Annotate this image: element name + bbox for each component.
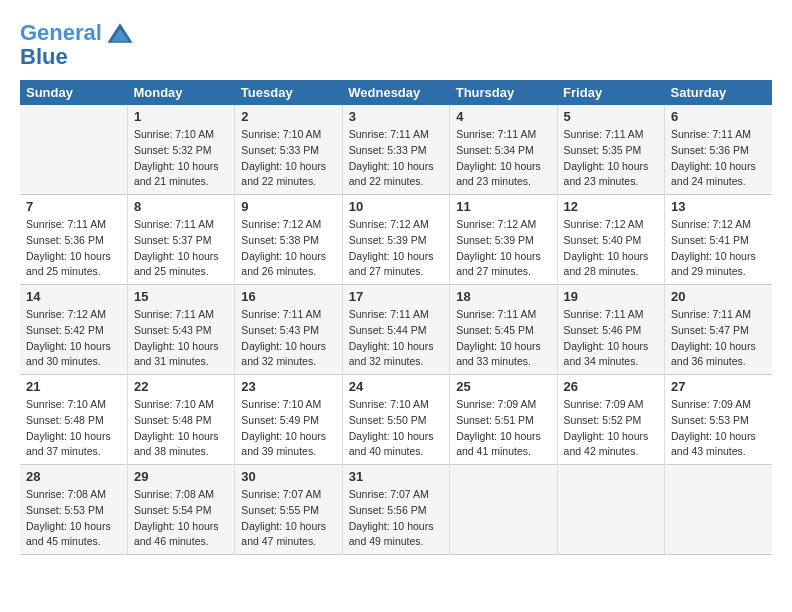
calendar-cell: 6Sunrise: 7:11 AM Sunset: 5:36 PM Daylig… bbox=[665, 105, 772, 195]
day-info: Sunrise: 7:12 AM Sunset: 5:38 PM Dayligh… bbox=[241, 217, 335, 280]
day-info: Sunrise: 7:11 AM Sunset: 5:45 PM Dayligh… bbox=[456, 307, 550, 370]
calendar-cell bbox=[20, 105, 127, 195]
calendar-cell: 11Sunrise: 7:12 AM Sunset: 5:39 PM Dayli… bbox=[450, 195, 557, 285]
day-number: 6 bbox=[671, 109, 766, 124]
day-number: 22 bbox=[134, 379, 228, 394]
calendar-cell: 5Sunrise: 7:11 AM Sunset: 5:35 PM Daylig… bbox=[557, 105, 664, 195]
day-info: Sunrise: 7:11 AM Sunset: 5:36 PM Dayligh… bbox=[671, 127, 766, 190]
day-info: Sunrise: 7:10 AM Sunset: 5:48 PM Dayligh… bbox=[134, 397, 228, 460]
calendar-cell: 15Sunrise: 7:11 AM Sunset: 5:43 PM Dayli… bbox=[127, 285, 234, 375]
day-info: Sunrise: 7:11 AM Sunset: 5:37 PM Dayligh… bbox=[134, 217, 228, 280]
day-number: 18 bbox=[456, 289, 550, 304]
calendar-cell: 23Sunrise: 7:10 AM Sunset: 5:49 PM Dayli… bbox=[235, 375, 342, 465]
calendar-cell: 24Sunrise: 7:10 AM Sunset: 5:50 PM Dayli… bbox=[342, 375, 449, 465]
day-info: Sunrise: 7:12 AM Sunset: 5:41 PM Dayligh… bbox=[671, 217, 766, 280]
calendar-cell: 7Sunrise: 7:11 AM Sunset: 5:36 PM Daylig… bbox=[20, 195, 127, 285]
calendar-cell: 16Sunrise: 7:11 AM Sunset: 5:43 PM Dayli… bbox=[235, 285, 342, 375]
day-number: 7 bbox=[26, 199, 121, 214]
weekday-header-saturday: Saturday bbox=[665, 80, 772, 105]
day-info: Sunrise: 7:11 AM Sunset: 5:35 PM Dayligh… bbox=[564, 127, 658, 190]
day-info: Sunrise: 7:10 AM Sunset: 5:32 PM Dayligh… bbox=[134, 127, 228, 190]
page-header: General Blue bbox=[20, 20, 772, 70]
day-info: Sunrise: 7:11 AM Sunset: 5:44 PM Dayligh… bbox=[349, 307, 443, 370]
day-number: 20 bbox=[671, 289, 766, 304]
day-info: Sunrise: 7:07 AM Sunset: 5:56 PM Dayligh… bbox=[349, 487, 443, 550]
calendar-cell: 3Sunrise: 7:11 AM Sunset: 5:33 PM Daylig… bbox=[342, 105, 449, 195]
calendar-cell: 26Sunrise: 7:09 AM Sunset: 5:52 PM Dayli… bbox=[557, 375, 664, 465]
calendar-week-row: 1Sunrise: 7:10 AM Sunset: 5:32 PM Daylig… bbox=[20, 105, 772, 195]
day-info: Sunrise: 7:09 AM Sunset: 5:51 PM Dayligh… bbox=[456, 397, 550, 460]
day-number: 2 bbox=[241, 109, 335, 124]
calendar-cell: 20Sunrise: 7:11 AM Sunset: 5:47 PM Dayli… bbox=[665, 285, 772, 375]
day-number: 30 bbox=[241, 469, 335, 484]
day-number: 12 bbox=[564, 199, 658, 214]
logo: General Blue bbox=[20, 20, 134, 70]
day-number: 1 bbox=[134, 109, 228, 124]
calendar-cell: 30Sunrise: 7:07 AM Sunset: 5:55 PM Dayli… bbox=[235, 465, 342, 555]
day-number: 19 bbox=[564, 289, 658, 304]
weekday-header-tuesday: Tuesday bbox=[235, 80, 342, 105]
calendar-cell: 10Sunrise: 7:12 AM Sunset: 5:39 PM Dayli… bbox=[342, 195, 449, 285]
day-info: Sunrise: 7:12 AM Sunset: 5:39 PM Dayligh… bbox=[349, 217, 443, 280]
calendar-cell: 27Sunrise: 7:09 AM Sunset: 5:53 PM Dayli… bbox=[665, 375, 772, 465]
calendar-cell: 8Sunrise: 7:11 AM Sunset: 5:37 PM Daylig… bbox=[127, 195, 234, 285]
calendar-cell: 18Sunrise: 7:11 AM Sunset: 5:45 PM Dayli… bbox=[450, 285, 557, 375]
calendar-cell: 12Sunrise: 7:12 AM Sunset: 5:40 PM Dayli… bbox=[557, 195, 664, 285]
calendar-cell: 31Sunrise: 7:07 AM Sunset: 5:56 PM Dayli… bbox=[342, 465, 449, 555]
calendar-cell: 28Sunrise: 7:08 AM Sunset: 5:53 PM Dayli… bbox=[20, 465, 127, 555]
day-number: 25 bbox=[456, 379, 550, 394]
day-info: Sunrise: 7:12 AM Sunset: 5:39 PM Dayligh… bbox=[456, 217, 550, 280]
day-number: 11 bbox=[456, 199, 550, 214]
day-info: Sunrise: 7:11 AM Sunset: 5:36 PM Dayligh… bbox=[26, 217, 121, 280]
day-info: Sunrise: 7:12 AM Sunset: 5:40 PM Dayligh… bbox=[564, 217, 658, 280]
calendar-week-row: 14Sunrise: 7:12 AM Sunset: 5:42 PM Dayli… bbox=[20, 285, 772, 375]
day-info: Sunrise: 7:08 AM Sunset: 5:53 PM Dayligh… bbox=[26, 487, 121, 550]
weekday-header-thursday: Thursday bbox=[450, 80, 557, 105]
day-number: 10 bbox=[349, 199, 443, 214]
weekday-header-wednesday: Wednesday bbox=[342, 80, 449, 105]
day-number: 21 bbox=[26, 379, 121, 394]
day-number: 26 bbox=[564, 379, 658, 394]
day-number: 28 bbox=[26, 469, 121, 484]
calendar-cell: 13Sunrise: 7:12 AM Sunset: 5:41 PM Dayli… bbox=[665, 195, 772, 285]
day-info: Sunrise: 7:10 AM Sunset: 5:33 PM Dayligh… bbox=[241, 127, 335, 190]
day-info: Sunrise: 7:12 AM Sunset: 5:42 PM Dayligh… bbox=[26, 307, 121, 370]
day-number: 3 bbox=[349, 109, 443, 124]
calendar-cell: 22Sunrise: 7:10 AM Sunset: 5:48 PM Dayli… bbox=[127, 375, 234, 465]
day-number: 13 bbox=[671, 199, 766, 214]
day-number: 31 bbox=[349, 469, 443, 484]
calendar-cell: 25Sunrise: 7:09 AM Sunset: 5:51 PM Dayli… bbox=[450, 375, 557, 465]
calendar-week-row: 21Sunrise: 7:10 AM Sunset: 5:48 PM Dayli… bbox=[20, 375, 772, 465]
calendar-table: SundayMondayTuesdayWednesdayThursdayFrid… bbox=[20, 80, 772, 555]
calendar-cell: 14Sunrise: 7:12 AM Sunset: 5:42 PM Dayli… bbox=[20, 285, 127, 375]
day-info: Sunrise: 7:11 AM Sunset: 5:47 PM Dayligh… bbox=[671, 307, 766, 370]
weekday-header-row: SundayMondayTuesdayWednesdayThursdayFrid… bbox=[20, 80, 772, 105]
weekday-header-sunday: Sunday bbox=[20, 80, 127, 105]
day-number: 8 bbox=[134, 199, 228, 214]
day-info: Sunrise: 7:11 AM Sunset: 5:33 PM Dayligh… bbox=[349, 127, 443, 190]
day-number: 16 bbox=[241, 289, 335, 304]
calendar-cell: 2Sunrise: 7:10 AM Sunset: 5:33 PM Daylig… bbox=[235, 105, 342, 195]
day-info: Sunrise: 7:07 AM Sunset: 5:55 PM Dayligh… bbox=[241, 487, 335, 550]
day-info: Sunrise: 7:08 AM Sunset: 5:54 PM Dayligh… bbox=[134, 487, 228, 550]
calendar-cell: 19Sunrise: 7:11 AM Sunset: 5:46 PM Dayli… bbox=[557, 285, 664, 375]
calendar-cell bbox=[557, 465, 664, 555]
day-number: 9 bbox=[241, 199, 335, 214]
calendar-cell: 17Sunrise: 7:11 AM Sunset: 5:44 PM Dayli… bbox=[342, 285, 449, 375]
calendar-cell: 1Sunrise: 7:10 AM Sunset: 5:32 PM Daylig… bbox=[127, 105, 234, 195]
calendar-cell: 29Sunrise: 7:08 AM Sunset: 5:54 PM Dayli… bbox=[127, 465, 234, 555]
day-number: 29 bbox=[134, 469, 228, 484]
day-info: Sunrise: 7:10 AM Sunset: 5:48 PM Dayligh… bbox=[26, 397, 121, 460]
day-number: 5 bbox=[564, 109, 658, 124]
day-info: Sunrise: 7:09 AM Sunset: 5:52 PM Dayligh… bbox=[564, 397, 658, 460]
day-info: Sunrise: 7:11 AM Sunset: 5:43 PM Dayligh… bbox=[134, 307, 228, 370]
day-number: 15 bbox=[134, 289, 228, 304]
calendar-week-row: 7Sunrise: 7:11 AM Sunset: 5:36 PM Daylig… bbox=[20, 195, 772, 285]
calendar-cell: 21Sunrise: 7:10 AM Sunset: 5:48 PM Dayli… bbox=[20, 375, 127, 465]
day-number: 27 bbox=[671, 379, 766, 394]
calendar-cell bbox=[450, 465, 557, 555]
day-info: Sunrise: 7:09 AM Sunset: 5:53 PM Dayligh… bbox=[671, 397, 766, 460]
weekday-header-monday: Monday bbox=[127, 80, 234, 105]
day-number: 14 bbox=[26, 289, 121, 304]
calendar-cell bbox=[665, 465, 772, 555]
